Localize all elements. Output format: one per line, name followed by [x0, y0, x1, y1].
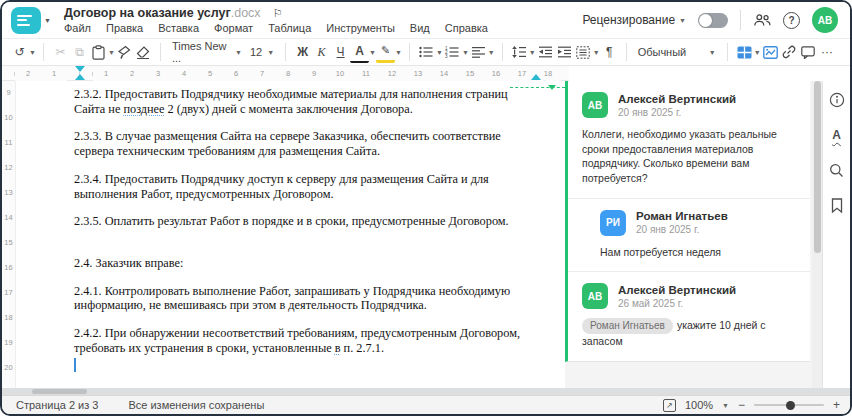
comment-thread[interactable]: АВ Алексей Вертинский 20 янв 2025 г. Кол… [565, 81, 810, 362]
paragraph-settings-button[interactable] [574, 42, 593, 63]
font-size-select[interactable]: 12 ▼ [246, 42, 278, 63]
ruler-number: 16 [2, 263, 15, 288]
paragraph[interactable]: 2.4.1. Контролировать выполнение Работ, … [74, 284, 533, 313]
chevron-down-icon: ▼ [709, 49, 716, 56]
clear-style-button[interactable] [134, 42, 153, 63]
first-line-indent-marker[interactable] [75, 66, 85, 72]
numbered-list-button[interactable]: 1 2 3 [443, 42, 462, 63]
comment-text: Роман Игнатьевукажите 10 дней с запасом [582, 318, 796, 349]
paragraph[interactable]: 2.3.5. Оплатить результат Работ в порядк… [74, 214, 533, 229]
svg-text:3: 3 [445, 54, 448, 58]
menu-item[interactable]: Вставка [158, 22, 199, 34]
fit-page-icon[interactable]: ↗ [663, 399, 676, 412]
comment-date: 20 янв 2025 г. [618, 107, 736, 118]
ruler-number: 9 [301, 66, 327, 81]
chevron-down-icon: ▼ [44, 17, 51, 24]
comment-avatar: РИ [600, 210, 626, 236]
zoom-slider[interactable] [754, 404, 824, 406]
divider [285, 43, 286, 61]
zoom-in-button[interactable]: + [833, 398, 840, 412]
page-indicator[interactable]: Страница 2 из 3 [16, 399, 98, 411]
zoom-out-button[interactable]: − [738, 398, 745, 412]
text-cursor [74, 358, 76, 372]
copy-button[interactable]: ⧉ [70, 42, 89, 63]
highlight-color-button[interactable]: ✎ [376, 42, 395, 63]
more-tools-button[interactable]: ··· [818, 42, 837, 63]
cut-button[interactable]: ✂ [51, 42, 70, 63]
undo-button[interactable]: ↺ [10, 42, 29, 63]
paragraph[interactable]: 2.3.3. В случае размещения Сайта на серв… [74, 129, 533, 158]
spellcheck-icon[interactable]: А [828, 126, 846, 144]
format-painter-button[interactable] [115, 42, 134, 63]
paragraph[interactable]: 2.3.2. Предоставить Подрядчику необходим… [74, 87, 533, 116]
increase-indent-button[interactable] [555, 42, 574, 63]
italic-button[interactable]: К [312, 42, 331, 63]
document-page[interactable]: 2.3.2. Предоставить Подрядчику необходим… [16, 81, 565, 388]
chevron-down-icon: ▼ [462, 49, 469, 56]
chevron-down-icon: ▼ [754, 49, 761, 56]
right-indent-marker[interactable] [531, 74, 541, 80]
app-menu-button[interactable]: ▼ [11, 7, 51, 34]
menu-item[interactable]: Формат [214, 22, 253, 34]
menu-item[interactable]: Таблица [268, 22, 311, 34]
chevron-down-icon: ▼ [593, 49, 600, 56]
info-icon[interactable] [828, 91, 846, 109]
zoom-slider-handle[interactable] [786, 401, 795, 410]
comment-anchor-line [510, 87, 565, 88]
paragraph[interactable]: 2.4. Заказчик вправе: [74, 256, 533, 271]
scrollbar-thumb[interactable] [32, 389, 87, 394]
paste-button[interactable] [89, 42, 108, 63]
header: ▼ Договор на оказание услуг .docx ⚐ Файл… [2, 2, 850, 39]
user-avatar[interactable]: АВ [812, 7, 838, 33]
ruler-number: 7 [249, 66, 275, 81]
zoom-value[interactable]: 100% [685, 399, 713, 411]
review-toggle[interactable] [698, 13, 728, 28]
insert-comment-button[interactable] [799, 42, 818, 63]
align-left-button[interactable] [469, 42, 488, 63]
font-name-select[interactable]: Times New ... ▼ [168, 42, 246, 63]
insert-table-button[interactable] [735, 42, 754, 63]
bold-button[interactable]: Ж [293, 42, 312, 63]
review-mode-dropdown[interactable]: Рецензирование ▼ [582, 13, 686, 27]
paragraph[interactable]: 2.4.2. При обнаружении несоответствий тр… [74, 326, 533, 355]
decrease-indent-button[interactable] [536, 42, 555, 63]
line-spacing-button[interactable] [510, 42, 529, 63]
chevron-down-icon: ▼ [436, 49, 443, 56]
paragraph-style-select[interactable]: Обычный ▼ [634, 42, 720, 63]
ruler-number: 9 [2, 88, 15, 113]
menu-item[interactable]: Правка [106, 22, 143, 34]
horizontal-scrollbar[interactable] [2, 388, 850, 395]
paragraph-style-value: Обычный [638, 46, 687, 58]
ruler-numbers: 123456789101112131415161718 [93, 66, 561, 81]
menu-item[interactable]: Файл [64, 22, 91, 34]
menu-item[interactable]: Инструменты [326, 22, 395, 34]
document-title: Договор на оказание услуг [64, 6, 231, 20]
bullet-list-button[interactable] [417, 42, 436, 63]
mention-badge[interactable]: Роман Игнатьев [582, 318, 673, 334]
flag-icon[interactable]: ⚐ [273, 7, 283, 20]
underline-button[interactable]: Ч [331, 42, 350, 63]
show-paragraph-marks-button[interactable]: ¶ [600, 42, 619, 63]
menu-item[interactable]: Справка [445, 22, 488, 34]
horizontal-ruler[interactable]: 21 123456789101112131415161718 [2, 66, 569, 81]
insert-image-button[interactable] [761, 42, 780, 63]
hanging-indent-marker[interactable] [75, 74, 85, 80]
divider [160, 43, 161, 61]
search-icon[interactable] [828, 161, 846, 179]
comment-text: Коллеги, необходимо указать реальные сро… [582, 127, 796, 186]
collaboration-users-icon[interactable] [753, 11, 771, 29]
paragraph[interactable]: 2.3.4. Предоставить Подрядчику доступ к … [74, 172, 533, 201]
ruler-number: 17 [2, 288, 15, 313]
chevron-down-icon: ▼ [369, 49, 376, 56]
font-color-button[interactable]: А [350, 42, 369, 63]
comment-item[interactable]: АВ Алексей Вертинский 20 янв 2025 г. Кол… [568, 81, 810, 198]
insert-link-button[interactable] [780, 42, 799, 63]
help-icon[interactable]: ? [783, 12, 800, 29]
comments-scrollbar[interactable] [812, 81, 822, 388]
comment-item[interactable]: АВ Алексей Вертинский 26 май 2025 г. Ром… [568, 271, 810, 361]
menu-item[interactable]: Вид [410, 22, 430, 34]
bookmark-icon[interactable] [828, 196, 846, 214]
comment-item[interactable]: РИ Роман Игнатьев 20 янв 2025 г. Нам пот… [568, 198, 810, 272]
vertical-ruler[interactable]: 91011121314151617181920 [2, 81, 16, 388]
scrollbar-thumb[interactable] [814, 81, 821, 253]
